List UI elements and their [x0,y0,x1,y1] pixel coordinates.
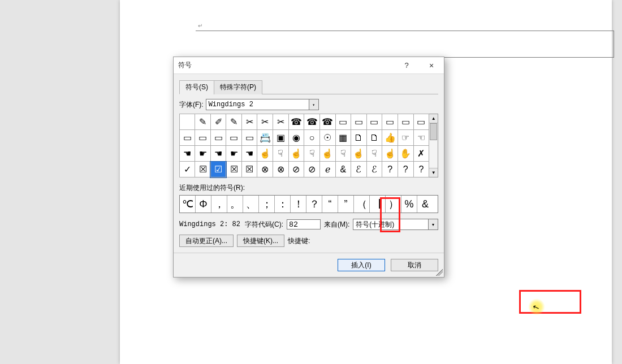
font-label: 字体(F): [179,100,204,110]
symbol-cell[interactable]: ☟ [273,146,288,162]
recent-symbol[interactable]: ） [386,196,401,213]
symbol-cell[interactable]: ▭ [180,130,195,146]
symbol-cell[interactable]: ✓ [180,162,195,177]
symbol-cell[interactable]: & [335,162,351,177]
symbol-cell[interactable]: ☝ [257,146,273,162]
recent-symbol[interactable]: Φ [196,196,211,213]
symbol-cell[interactable]: ✋ [398,146,413,162]
symbol-cell[interactable]: ☟ [366,146,382,162]
recent-symbol[interactable]: ； [259,196,275,213]
scroll-down-icon[interactable]: ▼ [429,168,438,177]
font-select[interactable]: Wingdings 2 ▾ [206,99,319,110]
symbol-cell[interactable]: ☒ [226,162,241,177]
symbol-cell[interactable]: ✎ [195,114,210,130]
symbol-cell[interactable]: ☒ [241,162,257,177]
recent-symbol[interactable]: （ [354,196,370,213]
recent-symbol[interactable]: ” [338,196,354,213]
symbol-cell[interactable]: ✂ [273,114,288,130]
symbol-cell[interactable] [180,114,195,130]
symbol-cell[interactable]: ⊗ [273,162,288,177]
symbol-cell[interactable]: ▭ [210,130,226,146]
symbol-cell[interactable]: ☟ [304,146,320,162]
symbol-cell[interactable]: ✂ [241,114,257,130]
symbol-cell[interactable]: ℰ [351,162,367,177]
symbol-cell[interactable]: ▭ [382,114,398,130]
symbol-cell[interactable]: ☟ [335,146,351,162]
symbol-cell[interactable]: ⊘ [304,162,320,177]
symbol-cell[interactable]: ⊘ [288,162,304,177]
symbol-cell[interactable]: ? [398,162,413,177]
symbol-cell[interactable]: ☝ [319,146,335,162]
symbol-cell[interactable]: ▭ [366,114,382,130]
symbol-cell[interactable]: ☝ [382,146,398,162]
symbol-cell[interactable]: ☝ [288,146,304,162]
recent-symbol[interactable]: ！ [291,196,306,213]
shortcutkey-button[interactable]: 快捷键(K)... [237,235,284,247]
scroll-up-icon[interactable]: ▲ [429,114,438,123]
symbol-cell[interactable]: ○ [304,130,320,146]
symbol-cell[interactable]: ☉ [319,130,335,146]
recent-label: 近期使用过的符号(R): [179,183,438,193]
symbol-cell[interactable]: ▭ [351,114,367,130]
symbol-cell[interactable]: ◉ [288,130,304,146]
help-button[interactable]: ? [394,57,419,74]
tab-special-chars[interactable]: 特殊字符(P) [214,80,262,94]
symbol-cell[interactable]: ☎ [319,114,335,130]
autocorrect-button[interactable]: 自动更正(A)... [179,235,234,247]
symbol-cell[interactable]: ☒ [195,162,210,177]
symbol-cell[interactable]: ☝ [351,146,367,162]
symbol-cell[interactable]: ? [382,162,398,177]
symbol-cell[interactable]: 📇 [257,130,273,146]
grid-scrollbar[interactable]: ▲ ▼ [429,114,438,177]
symbol-cell[interactable]: ? [413,162,429,177]
recent-symbol[interactable]: ℃ [180,196,196,213]
symbol-cell[interactable]: ☎ [288,114,304,130]
symbol-cell[interactable]: 👍 [382,130,398,146]
recent-symbol[interactable]: 、 [243,196,259,213]
symbol-cell[interactable]: ▭ [398,114,413,130]
resize-grip-icon[interactable] [436,269,443,276]
symbol-cell[interactable]: ☛ [195,146,210,162]
symbol-cell[interactable]: ▦ [335,130,351,146]
symbol-cell[interactable]: ▭ [413,114,429,130]
symbol-cell[interactable]: ℰ [366,162,382,177]
scroll-track[interactable] [429,123,438,168]
symbol-cell[interactable]: ⊗ [257,162,273,177]
cancel-button[interactable]: 取消 [391,259,438,271]
symbol-cell[interactable]: ✗ [413,146,429,162]
recent-symbol[interactable]: ？ [306,196,322,213]
symbol-grid[interactable]: ✎✐✎✂✂✂☎☎☎▭▭▭▭▭▭▭▭▭▭▭📇▣◉○☉▦🗋🗋👍☞☜☚☛☚☛☚☝☟☝☟… [179,114,429,177]
charcode-input[interactable] [287,219,321,229]
recent-symbol[interactable]: % [401,196,417,213]
recent-symbol[interactable]: “ [322,196,338,213]
symbol-cell[interactable]: ▭ [241,130,257,146]
symbol-cell[interactable]: ☎ [304,114,320,130]
recent-symbol[interactable]: ： [275,196,291,213]
symbol-cell[interactable]: ▭ [335,114,351,130]
symbol-cell[interactable]: ☑ [210,162,226,177]
symbol-cell[interactable]: ☜ [413,130,429,146]
symbol-cell[interactable]: 🗋 [351,130,367,146]
symbol-cell[interactable]: ☞ [398,130,413,146]
symbol-cell[interactable]: ☛ [226,146,241,162]
symbol-cell[interactable]: ▭ [195,130,210,146]
symbol-cell[interactable]: ℯ [319,162,335,177]
symbol-cell[interactable]: ✂ [257,114,273,130]
symbol-cell[interactable]: ▣ [273,130,288,146]
recent-symbol[interactable]: ， [211,196,227,213]
symbol-cell[interactable]: ☚ [210,146,226,162]
symbol-cell[interactable]: ☚ [241,146,257,162]
symbol-cell[interactable]: ✐ [210,114,226,130]
symbol-cell[interactable]: ▭ [226,130,241,146]
symbol-cell[interactable]: ✎ [226,114,241,130]
symbol-cell[interactable]: ☚ [180,146,195,162]
symbol-cell[interactable]: 🗋 [366,130,382,146]
from-select[interactable]: 符号(十进制) ▾ [353,219,438,230]
scroll-thumb[interactable] [430,123,437,140]
tab-symbols[interactable]: 符号(S) [179,80,214,94]
recent-symbol[interactable]: 。 [227,196,243,213]
close-button[interactable]: × [419,57,444,74]
insert-button[interactable]: 插入(I) [338,259,385,271]
recent-symbol[interactable]: & [417,196,433,213]
recent-symbol[interactable]: 【 [370,196,386,213]
